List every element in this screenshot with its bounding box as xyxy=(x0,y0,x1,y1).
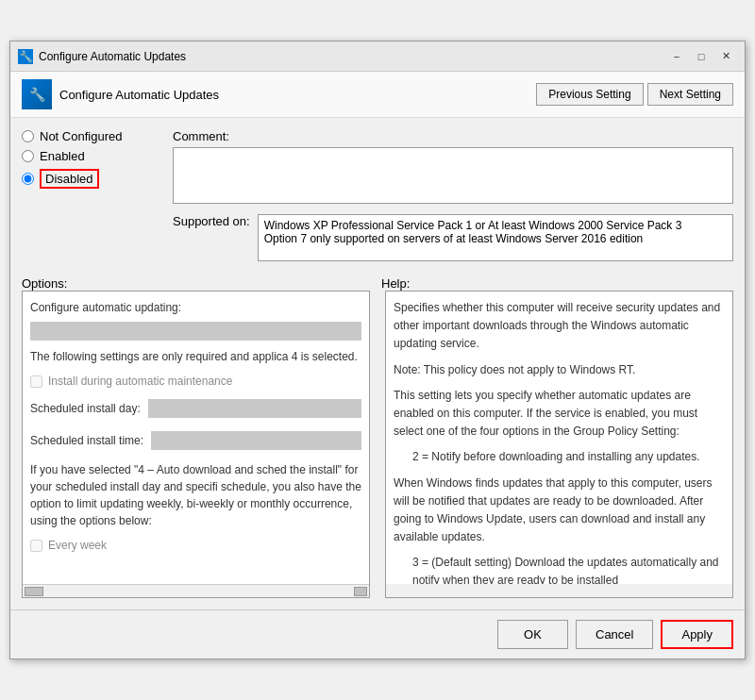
window-controls: − □ ✕ xyxy=(665,47,737,66)
supported-on-text: Windows XP Professional Service Pack 1 o… xyxy=(264,219,682,245)
title-bar: 🔧 Configure Automatic Updates − □ ✕ xyxy=(10,42,745,72)
scheduled-day-label: Scheduled install day: xyxy=(30,400,141,417)
options-content: Configure automatic updating: The follow… xyxy=(30,299,361,554)
if-selected-text: If you have selected "4 – Auto download … xyxy=(30,461,361,529)
window-icon: 🔧 xyxy=(18,49,33,64)
install-checkbox-label: Install during automatic maintenance xyxy=(48,373,232,390)
footer: OK Cancel Apply xyxy=(10,609,745,658)
maximize-button[interactable]: □ xyxy=(690,47,713,66)
content-area: Not Configured Enabled Disabled xyxy=(10,118,745,609)
help-para3: This setting lets you specify whether au… xyxy=(394,387,725,442)
scheduled-time-row: Scheduled install time: xyxy=(30,427,361,454)
header-title: Configure Automatic Updates xyxy=(59,88,528,102)
supported-on-section: Supported on: Windows XP Professional Se… xyxy=(173,214,733,261)
not-configured-row: Not Configured xyxy=(22,129,173,143)
panels-container: Configure automatic updating: The follow… xyxy=(22,291,733,598)
form-top: Not Configured Enabled Disabled xyxy=(22,129,733,273)
help-content: Specifies whether this computer will rec… xyxy=(394,299,725,584)
section-labels: Options: Help: xyxy=(22,276,733,291)
comment-label: Comment: xyxy=(173,129,733,143)
every-week-label: Every week xyxy=(48,537,107,554)
scheduled-day-dropdown[interactable] xyxy=(148,399,361,418)
every-week-row: Every week xyxy=(30,537,361,554)
help-para5: When Windows finds updates that apply to… xyxy=(394,475,725,547)
help-section-label: Help: xyxy=(381,276,410,291)
header-bar: 🔧 Configure Automatic Updates Previous S… xyxy=(10,72,745,118)
scheduled-time-dropdown[interactable] xyxy=(151,431,361,450)
help-scroll[interactable]: Specifies whether this computer will rec… xyxy=(386,292,732,584)
options-panel: Configure automatic updating: The follow… xyxy=(22,291,370,598)
radio-section: Not Configured Enabled Disabled xyxy=(22,129,173,200)
install-checkbox[interactable] xyxy=(30,375,42,388)
previous-setting-button[interactable]: Previous Setting xyxy=(536,83,643,106)
help-para4: 2 = Notify before downloading and instal… xyxy=(412,448,725,466)
enabled-label[interactable]: Enabled xyxy=(40,149,85,163)
help-para1: Specifies whether this computer will rec… xyxy=(394,299,725,354)
following-text: The following settings are only required… xyxy=(30,348,361,365)
help-para6: 3 = (Default setting) Download the updat… xyxy=(412,554,725,584)
main-window: 🔧 Configure Automatic Updates − □ ✕ 🔧 Co… xyxy=(9,41,746,659)
next-setting-button[interactable]: Next Setting xyxy=(647,83,733,106)
minimize-button[interactable]: − xyxy=(665,47,688,66)
disabled-radio[interactable] xyxy=(22,173,34,185)
help-para2: Note: This policy does not apply to Wind… xyxy=(394,361,725,379)
nav-buttons: Previous Setting Next Setting xyxy=(536,83,733,106)
comment-section: Comment: xyxy=(173,129,733,207)
comment-textarea[interactable] xyxy=(173,147,733,204)
supported-on-box: Windows XP Professional Service Pack 1 o… xyxy=(258,214,733,261)
header-icon: 🔧 xyxy=(22,79,52,109)
cancel-button[interactable]: Cancel xyxy=(576,620,653,649)
ok-button[interactable]: OK xyxy=(497,620,568,649)
disabled-label[interactable]: Disabled xyxy=(45,172,93,186)
every-week-checkbox[interactable] xyxy=(30,540,42,552)
scheduled-day-row: Scheduled install day: xyxy=(30,395,361,422)
install-checkbox-row: Install during automatic maintenance xyxy=(30,373,361,390)
right-side: Comment: Supported on: Windows XP Profes… xyxy=(173,129,733,273)
options-hscrollbar[interactable] xyxy=(23,584,369,597)
apply-button[interactable]: Apply xyxy=(661,620,733,649)
options-scroll[interactable]: Configure automatic updating: The follow… xyxy=(23,292,369,584)
close-button[interactable]: ✕ xyxy=(714,47,737,66)
window-title: Configure Automatic Updates xyxy=(39,50,665,63)
options-section-label: Options: xyxy=(22,276,67,291)
enabled-radio[interactable] xyxy=(22,150,34,162)
configure-label: Configure automatic updating: xyxy=(30,299,361,316)
scheduled-time-label: Scheduled install time: xyxy=(30,432,143,449)
disabled-row: Disabled xyxy=(22,169,173,189)
help-panel: Specifies whether this computer will rec… xyxy=(385,291,733,598)
enabled-row: Enabled xyxy=(22,149,173,163)
not-configured-radio[interactable] xyxy=(22,130,34,142)
not-configured-label[interactable]: Not Configured xyxy=(40,129,122,143)
disabled-box: Disabled xyxy=(40,169,99,189)
configure-dropdown[interactable] xyxy=(30,322,361,341)
supported-on-label: Supported on: xyxy=(173,214,250,228)
